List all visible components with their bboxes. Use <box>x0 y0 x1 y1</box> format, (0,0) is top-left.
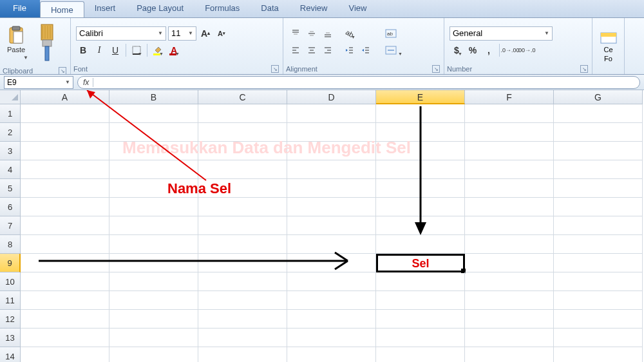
cell-A1[interactable] <box>21 104 109 123</box>
cell-G8[interactable] <box>554 235 643 254</box>
cell-F4[interactable] <box>465 160 554 179</box>
cell-F8[interactable] <box>465 235 554 254</box>
cell-A10[interactable] <box>21 272 109 291</box>
tab-review[interactable]: Review <box>290 0 339 17</box>
row-header-8[interactable]: 8 <box>0 235 21 254</box>
column-header-F[interactable]: F <box>465 90 554 104</box>
increase-decimal-button[interactable]: .0→.00 <box>503 43 517 57</box>
row-header-6[interactable]: 6 <box>0 198 21 216</box>
cell-D11[interactable] <box>287 291 376 310</box>
decrease-font-button[interactable]: A▾ <box>214 26 229 41</box>
cell-E6[interactable] <box>376 198 465 216</box>
row-header-12[interactable]: 12 <box>0 310 21 329</box>
align-left-button[interactable] <box>289 43 303 57</box>
column-header-D[interactable]: D <box>287 90 376 104</box>
decrease-indent-button[interactable] <box>343 43 357 57</box>
cell-D4[interactable] <box>287 160 376 179</box>
cell-F7[interactable] <box>465 216 554 235</box>
column-header-A[interactable]: A <box>21 90 109 104</box>
cell-A8[interactable] <box>21 235 109 254</box>
cell-G3[interactable] <box>554 142 643 160</box>
formula-input-area[interactable]: fx <box>77 76 640 89</box>
cell-E11[interactable] <box>376 291 465 310</box>
tab-formulas[interactable]: Formulas <box>194 0 251 17</box>
cell-E10[interactable] <box>376 272 465 291</box>
decrease-decimal-button[interactable]: .00→.0 <box>519 43 533 57</box>
row-header-1[interactable]: 1 <box>0 104 21 123</box>
cell-E12[interactable] <box>376 310 465 329</box>
cell-A14[interactable] <box>21 347 109 362</box>
clipboard-launcher[interactable]: ↘ <box>59 67 66 75</box>
cell-F10[interactable] <box>465 272 554 291</box>
underline-button[interactable]: U <box>108 43 122 57</box>
cell-C6[interactable] <box>198 198 287 216</box>
cell-E7[interactable] <box>376 216 465 235</box>
cell-A11[interactable] <box>21 291 109 310</box>
cell-B10[interactable] <box>109 272 198 291</box>
italic-button[interactable]: I <box>92 43 106 57</box>
cell-A6[interactable] <box>21 198 109 216</box>
cell-E9[interactable]: Sel <box>376 254 465 272</box>
cell-E13[interactable] <box>376 329 465 347</box>
cell-C14[interactable] <box>198 347 287 362</box>
row-header-10[interactable]: 10 <box>0 272 21 291</box>
cell-F3[interactable] <box>465 142 554 160</box>
cell-D13[interactable] <box>287 329 376 347</box>
accounting-format-button[interactable]: $▼ <box>450 43 464 57</box>
orientation-button[interactable]: ab▼ <box>343 26 357 41</box>
align-center-button[interactable] <box>305 43 319 57</box>
cell-D1[interactable] <box>287 104 376 123</box>
cell-B14[interactable] <box>109 347 198 362</box>
increase-font-button[interactable]: A▴ <box>198 26 213 41</box>
cell-G9[interactable] <box>554 254 643 272</box>
cell-F6[interactable] <box>465 198 554 216</box>
align-bottom-button[interactable] <box>321 26 335 41</box>
cell-C12[interactable] <box>198 310 287 329</box>
align-middle-button[interactable] <box>305 26 319 41</box>
format-painter-button[interactable] <box>32 19 62 66</box>
cell-E4[interactable] <box>376 160 465 179</box>
row-header-4[interactable]: 4 <box>0 160 21 179</box>
percent-format-button[interactable]: % <box>466 43 480 57</box>
font-color-button[interactable]: A ▼ <box>167 43 181 57</box>
cell-D8[interactable] <box>287 235 376 254</box>
cell-B8[interactable] <box>109 235 198 254</box>
cell-G5[interactable] <box>554 179 643 198</box>
cell-D10[interactable] <box>287 272 376 291</box>
cell-B13[interactable] <box>109 329 198 347</box>
row-header-7[interactable]: 7 <box>0 216 21 235</box>
cell-F12[interactable] <box>465 310 554 329</box>
wrap-text-button[interactable]: ab <box>378 26 404 41</box>
column-header-E[interactable]: E <box>376 90 465 104</box>
tab-insert[interactable]: Insert <box>84 0 127 17</box>
cell-F9[interactable] <box>465 254 554 272</box>
cell-G14[interactable] <box>554 347 643 362</box>
number-format-combo[interactable]: General ▼ <box>450 26 553 41</box>
fill-color-button[interactable]: ▼ <box>151 43 165 57</box>
cell-A7[interactable] <box>21 216 109 235</box>
cell-A5[interactable] <box>21 179 109 198</box>
cell-C1[interactable] <box>198 104 287 123</box>
cell-B6[interactable] <box>109 198 198 216</box>
cell-E14[interactable] <box>376 347 465 362</box>
row-header-2[interactable]: 2 <box>0 123 21 142</box>
cell-A3[interactable] <box>21 142 109 160</box>
name-box[interactable]: E9 ▼ <box>4 76 73 89</box>
cell-C11[interactable] <box>198 291 287 310</box>
row-header-3[interactable]: 3 <box>0 142 21 160</box>
cell-C9[interactable] <box>198 254 287 272</box>
column-header-G[interactable]: G <box>554 90 643 104</box>
cell-G11[interactable] <box>554 291 643 310</box>
cell-A12[interactable] <box>21 310 109 329</box>
borders-button[interactable]: ▼ <box>129 43 144 57</box>
number-launcher[interactable]: ↘ <box>580 65 588 73</box>
merge-center-button[interactable]: ▼ <box>378 43 404 57</box>
column-header-C[interactable]: C <box>198 90 287 104</box>
font-name-combo[interactable]: Calibri ▼ <box>76 26 166 41</box>
cell-G6[interactable] <box>554 198 643 216</box>
align-top-button[interactable] <box>289 26 303 41</box>
comma-format-button[interactable]: , <box>482 43 496 57</box>
cell-F13[interactable] <box>465 329 554 347</box>
cell-A9[interactable] <box>21 254 109 272</box>
cell-G2[interactable] <box>554 123 643 142</box>
